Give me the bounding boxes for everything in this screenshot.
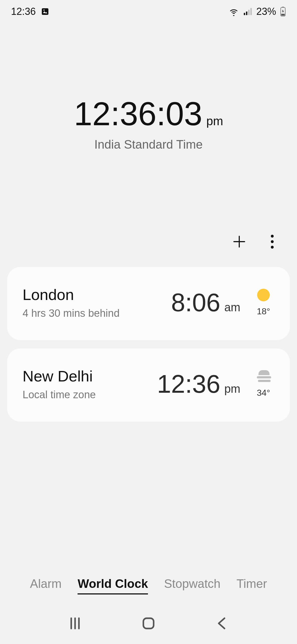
status-time: 12:36: [11, 6, 36, 17]
world-clock-list: London 4 hrs 30 mins behind 8:06 am 18° …: [0, 267, 297, 422]
city-ampm: pm: [224, 382, 240, 395]
local-ampm: pm: [206, 114, 223, 128]
tab-stopwatch[interactable]: Stopwatch: [164, 577, 220, 594]
svg-rect-3: [246, 12, 248, 15]
add-city-button[interactable]: [231, 234, 248, 250]
svg-point-1: [43, 10, 45, 11]
bottom-tabs: Alarm World Clock Stopwatch Timer: [0, 577, 297, 594]
wifi-icon: [228, 7, 239, 16]
city-card[interactable]: New Delhi Local time zone 12:36 pm 34°: [7, 348, 290, 422]
city-name: London: [23, 286, 171, 304]
battery-icon: [280, 7, 286, 17]
city-card[interactable]: London 4 hrs 30 mins behind 8:06 am 18°: [7, 267, 290, 340]
nav-recents-button[interactable]: [67, 616, 83, 631]
city-temp: 18°: [252, 306, 274, 316]
system-nav-bar: [0, 603, 297, 644]
svg-rect-5: [251, 8, 252, 15]
nav-home-button[interactable]: [141, 616, 156, 631]
nav-back-button[interactable]: [214, 616, 230, 631]
signal-icon: [243, 7, 252, 16]
tab-alarm[interactable]: Alarm: [30, 577, 62, 594]
status-bar: 12:36 23%: [0, 0, 297, 23]
svg-rect-8: [281, 14, 285, 15]
tab-world-clock[interactable]: World Clock: [78, 577, 148, 594]
plus-icon: [232, 234, 246, 250]
city-name: New Delhi: [23, 367, 157, 385]
overflow-menu-button[interactable]: [264, 234, 280, 250]
svg-point-11: [271, 246, 274, 249]
svg-rect-12: [143, 618, 153, 628]
svg-point-10: [271, 240, 274, 243]
local-clock-hero: 12:36:03 pm India Standard Time: [0, 23, 297, 234]
svg-rect-2: [244, 13, 245, 15]
home-icon: [141, 616, 156, 631]
sun-icon: [257, 289, 270, 302]
svg-rect-4: [248, 10, 250, 15]
back-icon: [214, 616, 230, 631]
screenshot-icon: [41, 7, 50, 16]
city-time: 12:36: [157, 370, 220, 398]
city-temp: 34°: [252, 388, 274, 398]
city-offset: Local time zone: [23, 389, 157, 401]
overflow-icon: [271, 234, 274, 250]
local-timezone: India Standard Time: [0, 138, 297, 151]
tab-timer[interactable]: Timer: [237, 577, 267, 594]
svg-point-9: [271, 235, 274, 238]
city-ampm: am: [224, 301, 240, 314]
battery-text: 23%: [256, 6, 276, 17]
recents-icon: [67, 616, 83, 631]
svg-rect-0: [42, 8, 48, 15]
city-time: 8:06: [171, 288, 220, 316]
local-time: 12:36:03: [74, 95, 202, 132]
city-offset: 4 hrs 30 mins behind: [23, 307, 171, 319]
fog-icon: [257, 370, 270, 383]
